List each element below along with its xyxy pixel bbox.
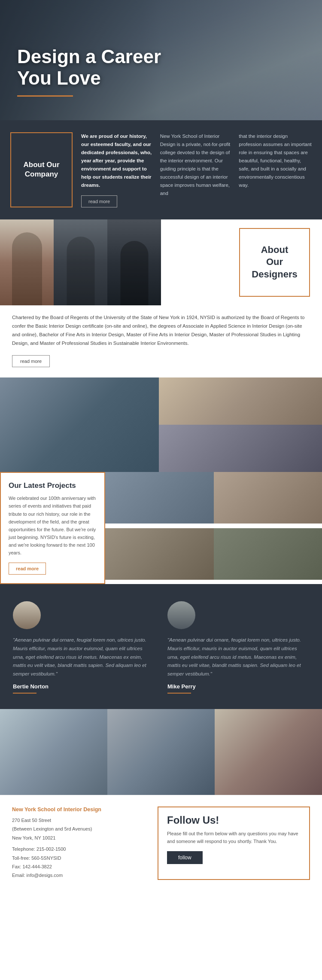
hero-accent-bar [17,95,73,97]
designer-photo-1 [0,219,54,305]
project-sm-1 [105,472,214,523]
footer-address-line1: 270 East 50 Street [12,816,146,825]
about-read-more-button[interactable]: read more [81,195,117,207]
about-columns: We are proud of our history, our esteeme… [81,132,312,207]
footer-left: New York School of Interior Design 270 E… [12,807,146,880]
projects-section: Our Latest Projects We celebrated our 10… [0,377,322,584]
projects-small-images [105,472,322,584]
designers-section: About Our Designers Chartered by the Boa… [0,219,322,378]
hero-title: Design a Career You Love [17,46,161,89]
footer-address-line3: New York, NY 10021 [12,834,146,842]
project-images-right-top [159,377,322,472]
testimonial-1-accent [13,693,36,694]
about-col-1: We are proud of our history, our esteeme… [81,132,154,207]
hero-content: Design a Career You Love [17,46,161,97]
projects-title: Our Latest Projects [9,481,97,490]
designer-photo-3 [107,219,161,305]
designers-box: About Our Designers [239,228,310,297]
designer-photo-2 [54,219,107,305]
footer-section: New York School of Interior Design 270 E… [0,795,322,891]
about-col-2: New York School of Interior Design is a … [160,132,233,207]
hero-section: Design a Career You Love [0,0,322,120]
gallery-image-2 [107,709,215,795]
gallery-image-1 [0,709,107,795]
footer-address-line2: (Between Lexington and 5rd Avenues) [12,825,146,833]
testimonial-2-accent [167,693,191,694]
testimonials-grid: "Aenean pulvinar dui ornare, feugiat lor… [13,601,309,694]
project-sm-4 [214,528,322,580]
testimonial-2-avatar [167,601,195,629]
testimonial-1-avatar [13,601,41,629]
about-box-title: About Our Company [17,160,66,179]
gallery-image-3 [215,709,322,795]
footer-address: 270 East 50 Street (Between Lexington an… [12,816,146,880]
footer-company-name: New York School of Interior Design [12,807,146,813]
about-section: About Our Company We are proud of our hi… [0,120,322,219]
footer-fax: Fax: 142-444-3822 [12,862,146,871]
footer-follow-text: Please fill out the form below with any … [167,830,301,845]
testimonials-section: "Aenean pulvinar dui ornare, feugiat lor… [0,584,322,709]
gallery-row [0,709,322,795]
projects-info-box: Our Latest Projects We celebrated our 10… [0,472,105,584]
project-image-large [0,377,159,472]
footer-follow-title: Follow Us! [167,814,301,826]
designers-text: Chartered by the Board of Regents of the… [12,313,310,348]
designers-box-title: About Our Designers [252,244,297,281]
footer-email: Email: info@desigs.com [12,871,146,880]
testimonial-2: "Aenean pulvinar dui ornare, feugiat lor… [167,601,309,694]
designers-read-more-button[interactable]: read more [12,355,50,367]
projects-description: We celebrated our 100th anniversary with… [9,494,97,557]
footer-right: Follow Us! Please fill out the form belo… [158,807,310,880]
designers-description: Chartered by the Board of Regents of the… [0,305,322,351]
projects-top-row [0,377,322,472]
about-col1-text: We are proud of our history, our esteeme… [81,132,154,189]
designers-photos-row: About Our Designers [0,219,322,305]
testimonial-1: "Aenean pulvinar dui ornare, feugiat lor… [13,601,155,694]
about-box: About Our Company [10,132,73,207]
about-col3-text: that the interior design profession assu… [239,132,312,189]
testimonial-2-name: Mike Perry [167,683,309,690]
testimonial-2-quote: "Aenean pulvinar dui ornare, feugiat lor… [167,636,309,678]
projects-bottom-row: Our Latest Projects We celebrated our 10… [0,472,322,584]
about-col2-text: New York School of Interior Design is a … [160,132,233,198]
project-sm-3 [105,528,214,580]
projects-read-more-button[interactable]: read more [9,563,46,575]
project-image-top-right-1 [159,377,322,425]
about-col-3: that the interior design profession assu… [239,132,312,207]
project-image-top-right-2 [159,425,322,472]
follow-button[interactable]: follow [167,851,203,864]
designers-readmore-container: read more [0,351,322,377]
project-sm-2 [214,472,322,523]
footer-tollfree: Toll-free: 560-5SNYSID [12,854,146,862]
testimonial-1-name: Bertie Norton [13,683,155,690]
footer-phone: Telephone: 215-002-1500 [12,845,146,853]
testimonial-1-quote: "Aenean pulvinar dui ornare, feugiat lor… [13,636,155,678]
